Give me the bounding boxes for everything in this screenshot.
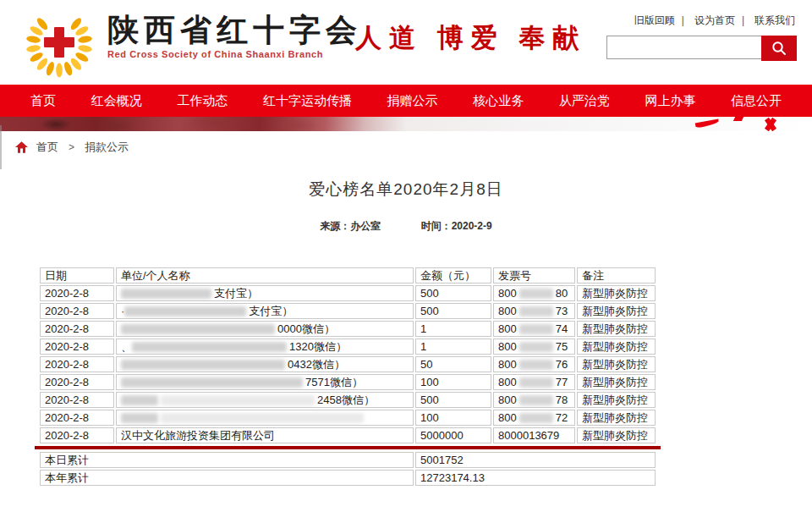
table-header-row: 日期单位/个人名称金额（元）发票号备注 (40, 267, 656, 284)
table-row: 2020-2-8汉中文化旅游投资集团有限公司50000008000013679新… (40, 427, 656, 443)
redacted-name-blur (121, 360, 285, 370)
note-cell: 新型肺炎防控 (577, 339, 656, 355)
amount-cell: 50 (415, 356, 491, 372)
nav-item[interactable]: 红十字运动传播 (263, 93, 352, 109)
table-row: 2020-2-810080072新型肺炎防控 (40, 410, 656, 426)
page-edge-artifact (0, 125, 2, 169)
amount-cell: 100 (415, 410, 491, 426)
breadcrumb-separator: > (69, 141, 74, 153)
note-cell: 新型肺炎防控 (577, 392, 656, 408)
amount-cell: 100 (415, 374, 491, 390)
site-header: 陕西省红十字会 Red Cross Society of China Shaan… (0, 0, 812, 85)
top-link[interactable]: 旧版回顾 (633, 14, 677, 26)
donor-name-cell (116, 410, 414, 426)
nav-item[interactable]: 捐赠公示 (387, 93, 438, 109)
column-header: 发票号 (493, 267, 575, 284)
red-cross-wreath-icon[interactable] (20, 5, 98, 78)
top-link[interactable]: 联系我们 (753, 14, 797, 26)
site-title: 陕西省红十字会 (107, 14, 362, 47)
redacted-invoice-blur (519, 360, 553, 370)
invoice-cell: 80077 (493, 374, 575, 390)
date-cell: 2020-2-8 (40, 427, 114, 443)
note-cell: 新型肺炎防控 (577, 321, 656, 337)
date-cell: 2020-2-8 (40, 285, 114, 301)
donor-name-cell: 7571微信） (116, 374, 414, 390)
search-input[interactable] (606, 36, 761, 59)
summary-label-cell: 本日累计 (40, 452, 414, 468)
slogan-text: 人道 博爱 奉献 (355, 20, 587, 56)
site-subtitle: Red Cross Society of China Shaanxi Branc… (107, 49, 362, 59)
breadcrumb: 首页 > 捐款公示 (0, 131, 812, 163)
search-button[interactable] (761, 36, 797, 61)
invoice-cell: 80075 (493, 339, 575, 355)
amount-cell: 1 (415, 321, 491, 337)
redacted-invoice-blur (519, 377, 553, 388)
table-row: 2020-2-80000微信）180074新型肺炎防控 (40, 321, 656, 337)
banner-image-strip (0, 117, 812, 131)
page-title: 爱心榜名单2020年2月8日 (0, 179, 812, 201)
date-cell: 2020-2-8 (40, 321, 114, 337)
summary-label-cell: 本年累计 (40, 470, 414, 486)
summary-value-cell: 5001752 (415, 452, 656, 468)
redacted-invoice-blur (519, 306, 553, 317)
redacted-name-blur (121, 289, 211, 299)
invoice-cell: 80076 (493, 356, 575, 372)
redacted-name-blur (161, 413, 364, 423)
donor-name-cell: 、1320微信） (116, 339, 414, 355)
banner-red-fragment (733, 117, 743, 121)
date-cell: 2020-2-8 (40, 339, 114, 355)
donation-table: 日期单位/个人名称金额（元）发票号备注2020-2-8支付宝）50080080新… (38, 266, 657, 445)
article-time: 时间：2020-2-9 (421, 220, 492, 232)
home-icon[interactable] (15, 141, 28, 153)
donor-name-cell: 0432微信） (116, 356, 414, 372)
breadcrumb-home[interactable]: 首页 (36, 140, 58, 155)
invoice-cell: 80074 (493, 321, 575, 337)
amount-cell: 500 (415, 392, 491, 408)
top-link[interactable]: 设为首页 (693, 14, 737, 26)
article-source: 来源：办公室 (320, 220, 381, 232)
top-links: 旧版回顾|设为首页|联系我们 (633, 14, 797, 28)
red-cross-logo-svg (20, 5, 98, 78)
donor-name-cell: 0000微信） (116, 321, 414, 337)
article-meta: 来源：办公室 时间：2020-2-9 (0, 219, 812, 234)
table-row: 2020-2-8支付宝）50080080新型肺炎防控 (40, 285, 656, 301)
top-link-separator: | (742, 14, 744, 26)
nav-item[interactable]: 从严治党 (559, 93, 610, 109)
redacted-invoice-blur (519, 324, 553, 334)
nav-item[interactable]: 红会概况 (91, 93, 142, 109)
amount-cell: 500 (415, 303, 491, 319)
banner-red-fragment (695, 119, 720, 129)
invoice-cell: 80078 (493, 392, 575, 408)
nav-item[interactable]: 信息公开 (731, 93, 782, 109)
main-nav: 首页红会概况工作动态红十字运动传播捐赠公示核心业务从严治党网上办事信息公开 (0, 85, 812, 117)
nav-item[interactable]: 网上办事 (645, 93, 695, 109)
amount-cell: 500 (415, 285, 491, 301)
note-cell: 新型肺炎防控 (577, 374, 656, 390)
date-cell: 2020-2-8 (40, 374, 114, 390)
nav-item[interactable]: 核心业务 (473, 93, 524, 109)
note-cell: 新型肺炎防控 (577, 285, 656, 301)
date-cell: 2020-2-8 (40, 392, 114, 408)
donor-name-cell: 支付宝） (116, 285, 414, 301)
date-cell: 2020-2-8 (40, 303, 114, 319)
nav-item[interactable]: 工作动态 (177, 93, 228, 109)
donation-table-wrap: 日期单位/个人名称金额（元）发票号备注2020-2-8支付宝）50080080新… (38, 266, 657, 487)
redacted-name-blur (132, 342, 287, 352)
nav-item[interactable]: 首页 (30, 93, 56, 109)
search-bar (606, 36, 797, 61)
table-row: 2020-2-80432微信）5080076新型肺炎防控 (40, 356, 656, 372)
column-header: 金额（元） (415, 267, 491, 284)
table-row: 2020-2-82458微信）50080078新型肺炎防控 (40, 392, 656, 408)
table-row: 2020-2-8、1320微信）180075新型肺炎防控 (40, 339, 656, 355)
invoice-cell: 80073 (493, 303, 575, 319)
redacted-name-blur (121, 324, 275, 334)
redacted-name-blur (124, 306, 246, 317)
page: 陕西省红十字会 Red Cross Society of China Shaan… (0, 0, 812, 523)
highlight-underline (35, 446, 661, 449)
redacted-name-blur (161, 395, 315, 405)
redacted-name-blur (121, 413, 158, 423)
column-header: 单位/个人名称 (116, 267, 414, 284)
redacted-invoice-blur (519, 342, 553, 352)
breadcrumb-current[interactable]: 捐款公示 (85, 140, 129, 155)
summary-row: 本日累计5001752 (40, 452, 656, 468)
